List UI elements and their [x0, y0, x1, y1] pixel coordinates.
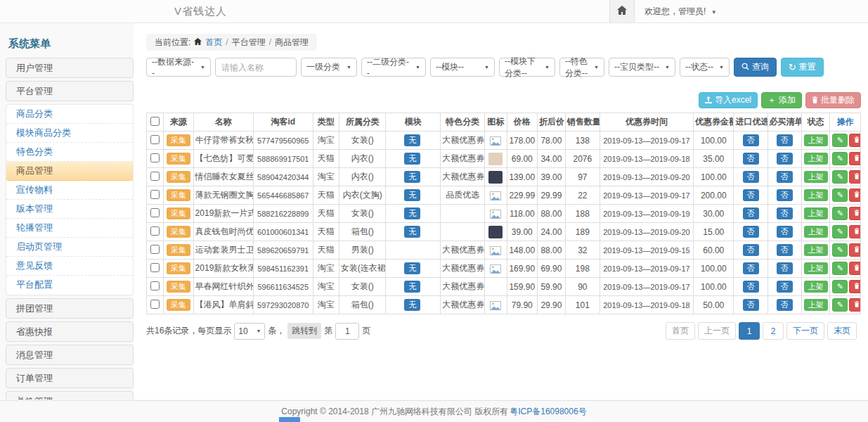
edit-button[interactable]: ✎	[832, 134, 848, 147]
must-buy-toggle[interactable]: 否	[777, 189, 793, 201]
icp-link[interactable]: 粤ICP备16098006号	[510, 406, 586, 418]
edit-button[interactable]: ✎	[832, 280, 848, 293]
filter-select[interactable]: --特色分类--▼	[559, 58, 604, 77]
search-button[interactable]: 查询	[734, 58, 777, 77]
imported-toggle[interactable]: 否	[743, 281, 759, 293]
page-button[interactable]: 下一页	[786, 322, 824, 340]
status-toggle[interactable]: 上架	[804, 281, 828, 293]
sidebar-item-platform[interactable]: 平台管理	[6, 81, 134, 101]
status-toggle[interactable]: 上架	[804, 262, 828, 274]
must-buy-toggle[interactable]: 否	[777, 134, 793, 146]
sidebar-item[interactable]: 兑换管理	[6, 391, 134, 399]
sidebar-item[interactable]: 用户管理	[6, 58, 134, 78]
delete-button[interactable]	[849, 225, 860, 238]
delete-button[interactable]	[849, 152, 860, 165]
row-checkbox[interactable]	[150, 135, 160, 144]
sidebar-item[interactable]: 订单管理	[6, 368, 134, 388]
reset-button[interactable]: ↻ 重置	[781, 58, 824, 77]
delete-button[interactable]	[849, 280, 860, 293]
row-checkbox[interactable]	[150, 226, 160, 236]
imported-toggle[interactable]: 否	[743, 226, 759, 238]
edit-button[interactable]: ✎	[832, 225, 848, 238]
row-checkbox[interactable]	[150, 153, 160, 162]
row-checkbox[interactable]	[150, 245, 160, 254]
sidebar-item[interactable]: 省惠快报	[6, 321, 134, 342]
user-menu[interactable]: 欢迎您，管理员! ▼	[644, 6, 855, 18]
page-button[interactable]: 末页	[827, 322, 857, 340]
delete-button[interactable]	[849, 170, 860, 184]
must-buy-toggle[interactable]: 否	[777, 226, 793, 238]
must-buy-toggle[interactable]: 否	[777, 244, 793, 256]
edit-button[interactable]: ✎	[832, 188, 848, 202]
row-checkbox[interactable]	[150, 190, 160, 199]
import-excel-button[interactable]: 导入excel	[699, 92, 758, 108]
status-toggle[interactable]: 上架	[804, 171, 828, 183]
imported-toggle[interactable]: 否	[743, 299, 759, 311]
add-button[interactable]: ＋ 添加	[761, 92, 802, 108]
page-number-input[interactable]	[335, 323, 359, 340]
status-toggle[interactable]: 上架	[804, 299, 828, 311]
imported-toggle[interactable]: 否	[743, 244, 759, 256]
per-page-select[interactable]: 10▼	[234, 323, 265, 340]
edit-button[interactable]: ✎	[832, 207, 848, 220]
sidebar-item[interactable]: 消息管理	[6, 345, 134, 365]
imported-toggle[interactable]: 否	[743, 189, 759, 201]
status-toggle[interactable]: 上架	[804, 134, 828, 146]
sidebar-sub-item[interactable]: 宣传物料	[6, 181, 133, 200]
edit-button[interactable]: ✎	[832, 298, 848, 312]
imported-toggle[interactable]: 否	[743, 171, 759, 183]
page-button[interactable]: 上一页	[698, 322, 736, 340]
filter-select[interactable]: --模块--▼	[430, 58, 495, 77]
data-source-select[interactable]: --数据来源--▼	[146, 58, 211, 77]
filter-select[interactable]: --宝贝类型--▼	[609, 58, 675, 77]
must-buy-toggle[interactable]: 否	[777, 171, 793, 183]
sidebar-sub-item[interactable]: 模块商品分类	[6, 124, 133, 143]
status-toggle[interactable]: 上架	[804, 189, 828, 201]
filter-select[interactable]: --模块下分类--▼	[499, 58, 555, 77]
sidebar-sub-item[interactable]: 商品管理	[6, 162, 133, 181]
status-toggle[interactable]: 上架	[804, 244, 828, 256]
filter-select[interactable]: --状态--▼	[680, 58, 730, 77]
delete-button[interactable]	[849, 134, 860, 147]
page-button[interactable]: 首页	[666, 322, 695, 340]
imported-toggle[interactable]: 否	[743, 134, 759, 146]
row-checkbox[interactable]	[150, 172, 160, 181]
row-checkbox[interactable]	[150, 300, 160, 309]
row-checkbox[interactable]	[150, 263, 160, 272]
status-toggle[interactable]: 上架	[804, 153, 828, 165]
delete-button[interactable]	[849, 298, 860, 312]
page-button[interactable]: 2	[763, 322, 784, 340]
delete-button[interactable]	[849, 243, 860, 257]
row-checkbox[interactable]	[150, 281, 160, 290]
delete-button[interactable]	[849, 207, 860, 220]
row-checkbox[interactable]	[150, 208, 160, 217]
name-search-input[interactable]	[215, 58, 297, 77]
sidebar-sub-item[interactable]: 平台配置	[6, 276, 133, 295]
status-toggle[interactable]: 上架	[804, 207, 828, 219]
filter-select[interactable]: 一级分类▼	[301, 58, 357, 77]
must-buy-toggle[interactable]: 否	[777, 281, 793, 293]
imported-toggle[interactable]: 否	[743, 262, 759, 274]
imported-toggle[interactable]: 否	[743, 207, 759, 219]
delete-button[interactable]	[849, 262, 860, 275]
sidebar-sub-item[interactable]: 意见反馈	[6, 257, 133, 276]
sidebar-sub-item[interactable]: 启动页管理	[6, 238, 133, 257]
must-buy-toggle[interactable]: 否	[777, 262, 793, 274]
must-buy-toggle[interactable]: 否	[777, 299, 793, 311]
sidebar-item[interactable]: 拼团管理	[6, 298, 134, 319]
imported-toggle[interactable]: 否	[743, 153, 759, 165]
must-buy-toggle[interactable]: 否	[777, 207, 793, 219]
edit-button[interactable]: ✎	[832, 152, 848, 165]
sidebar-sub-item[interactable]: 版本管理	[6, 200, 133, 219]
select-all-checkbox[interactable]	[150, 117, 160, 126]
page-button[interactable]: 1	[739, 322, 760, 340]
edit-button[interactable]: ✎	[832, 170, 848, 184]
delete-button[interactable]	[849, 188, 860, 202]
sidebar-sub-item[interactable]: 特色分类	[6, 143, 133, 162]
sidebar-sub-item[interactable]: 轮播管理	[6, 219, 133, 238]
status-toggle[interactable]: 上架	[804, 226, 828, 238]
sidebar-sub-item[interactable]: 商品分类	[6, 105, 133, 124]
bulk-delete-button[interactable]: 批量删除	[805, 92, 861, 108]
home-button[interactable]	[609, 0, 635, 23]
edit-button[interactable]: ✎	[832, 262, 848, 275]
